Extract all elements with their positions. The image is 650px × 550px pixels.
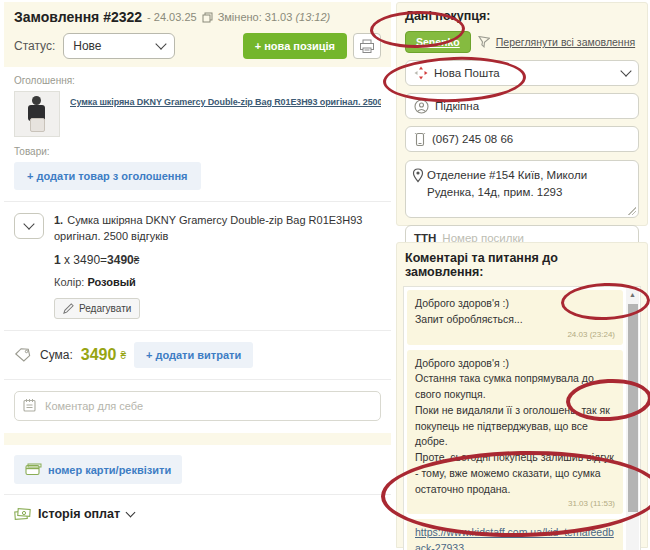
phone-field[interactable] [405,126,639,152]
calendar-copy-icon [202,12,213,23]
feedback-link[interactable]: https://www.kidstaff.com.ua/kid_temafeed… [415,526,614,550]
pencil-icon [63,303,74,314]
buyer-panel: Дані покупця: Senenko Переглянути всі за… [396,2,648,226]
money-icon [14,508,31,521]
chat-heading: Коментарі та питання до замовлення: [403,249,641,286]
item-title-text: Сумка шкіряна DKNY Gramercy Double-zip B… [54,214,362,242]
buyer-name-button[interactable]: Senenko [405,31,471,53]
item-title: 1.Сумка шкіряна DKNY Gramercy Double-zip… [54,213,381,245]
self-comment-input[interactable] [14,391,381,421]
delivery-value: Нова Пошта [434,67,500,79]
divider [4,379,391,380]
sum-label: Сума: [40,348,73,362]
chat-message: Доброго здоров'я :) Остання така сумка п… [407,350,623,515]
person-icon [414,99,429,114]
divider [4,330,391,331]
message-text: Доброго здоров'я :) Запит обробляється..… [415,296,615,328]
sum-row: Сума: 3490 ₴ + додати витрати [14,342,381,368]
lastname-input[interactable] [435,100,630,112]
announcement-label: Оголошення: [14,75,381,86]
resize-handle[interactable] [628,207,636,215]
chevron-down-icon [620,65,631,76]
announcement-link[interactable]: Сумка шкіряна DKNY Gramercy Double-zip B… [70,97,381,107]
item-expand-toggle[interactable] [14,213,44,239]
payment-history-label: Історія оплат [38,507,120,521]
item-qty: 1 [54,253,61,267]
phone-icon [414,132,426,147]
edit-item-button[interactable]: Редагувати [54,298,140,319]
location-pin-icon [412,168,424,183]
buyer-heading: Дані покупця: [405,9,639,23]
scroll-thumb[interactable] [628,304,638,512]
order-panel: Замовлення #2322 - 24.03.25 Змінено: 31.… [4,2,391,448]
order-changed-time: (13:12) [295,11,330,23]
chevron-down-icon [156,38,167,49]
delivery-select[interactable]: Нова Пошта [405,60,639,86]
add-expenses-button[interactable]: + додати витрати [134,342,253,368]
item-color-value: Розовый [87,276,135,288]
new-position-button[interactable]: + нова позиція [243,33,347,59]
chevron-down-icon [23,218,34,229]
divider [4,201,391,202]
order-title: Замовлення #2322 [14,9,142,25]
sum-value: 3490 [81,346,117,364]
notepad-icon [22,398,37,413]
move-arrows-icon [414,66,428,80]
address-text: Отделение #154 Київ, Миколи Руденка, 14д… [427,167,630,211]
item-total: 3490 [107,253,134,267]
price-tag-icon [14,347,32,363]
divider [4,494,391,495]
bank-card-icon [25,463,42,476]
item-index: 1. [54,214,63,226]
edit-item-label: Редагувати [79,303,131,314]
order-date: - 24.03.25 [147,11,197,23]
products-label: Товари: [14,146,381,157]
order-content-card: Оголошення: Сумка шкіряна DKNY Gramercy … [4,67,391,433]
address-textarea[interactable]: Отделение #154 Київ, Миколи Руденка, 14д… [405,160,639,218]
lastname-field[interactable] [405,93,639,119]
item-mult: x 3490= [61,253,107,267]
payment-card: номер карти/реквізити Історія оплат [4,445,391,531]
chat-panel: Коментарі та питання до замовлення: Добр… [396,242,648,548]
order-header: Замовлення #2322 - 24.03.25 Змінено: 31.… [4,2,391,67]
printer-icon [359,39,375,54]
scroll-up-arrow[interactable]: ▲ [626,288,639,301]
message-time: 31.03 (11:53) [415,498,615,510]
sum-currency: ₴ [120,350,126,361]
message-time: 24.03 (23:24) [415,329,615,341]
print-button[interactable] [353,33,381,59]
item-color-line: Колір: Розовый [54,275,381,291]
chat-message: Доброго здоров'я :) Запит обробляється..… [407,290,623,345]
order-changed-label: Змінено: 31.03 [218,11,293,23]
item-price-line: 1 x 3490=3490₴ [54,252,381,269]
chat-scrollbar[interactable]: ▲ ▼ [626,288,639,550]
status-label: Статус: [14,39,55,53]
product-thumbnail [14,91,60,137]
funnel-icon [477,36,490,48]
payment-history-toggle[interactable]: Історія оплат [14,505,381,521]
item-currency: ₴ [134,255,140,266]
chevron-down-icon [126,508,136,518]
phone-input[interactable] [432,133,630,145]
card-number-button[interactable]: номер карти/реквізити [14,455,182,484]
view-all-orders-link[interactable]: Переглянути всі замовлення [496,36,635,48]
status-value: Нове [73,39,101,53]
product-item: 1.Сумка шкіряна DKNY Gramercy Double-zip… [14,213,381,319]
item-color-label: Колір: [54,276,84,288]
chat-message: https://www.kidstaff.com.ua/kid_temafeed… [407,519,623,550]
status-select[interactable]: Нове [63,33,175,59]
order-changed: Змінено: 31.03 (13:12) [218,11,331,23]
message-text: Доброго здоров'я :) Остання така сумка п… [415,356,615,498]
card-number-label: номер карти/реквізити [48,464,171,476]
chat-list: Доброго здоров'я :) Запит обробляється..… [403,286,641,550]
add-product-button[interactable]: + додати товар з оголошення [14,162,201,190]
